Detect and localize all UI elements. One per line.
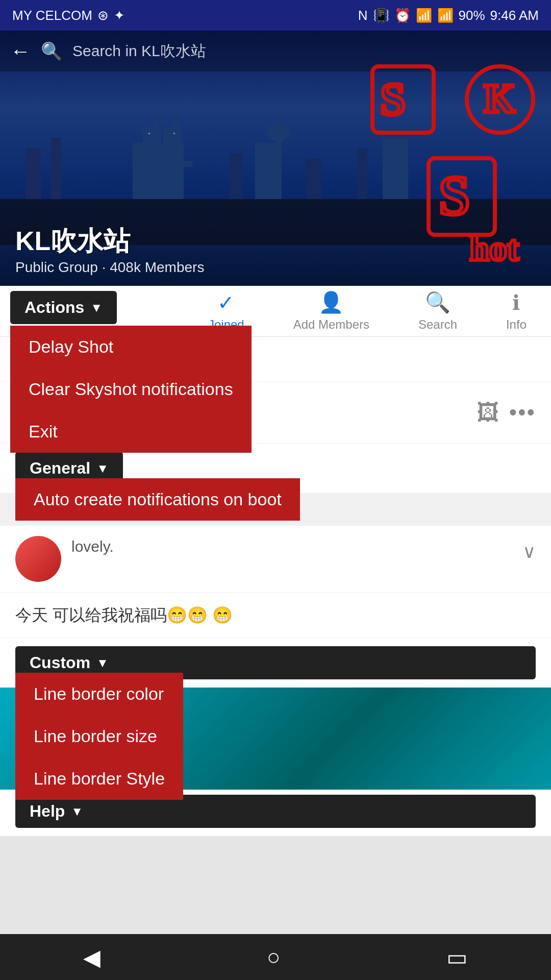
post-avatar-image xyxy=(15,536,61,582)
post-snippet-text: lovely. xyxy=(71,538,114,555)
actions-dropdown[interactable]: Actions ▼ Delay Shot Clear Skyshot notif… xyxy=(10,291,117,324)
more-icon[interactable]: ••• xyxy=(509,400,536,425)
add-members-icon: 👤 xyxy=(318,290,344,314)
group-info: KL吹水站 Public Group · 408k Members xyxy=(15,224,204,276)
svg-rect-13 xyxy=(357,148,367,199)
actions-dropdown-menu: Delay Shot Clear Skyshot notifications E… xyxy=(10,326,252,453)
composer-actions: 🖼 ••• xyxy=(477,400,536,425)
alarm-icon: ⏰ xyxy=(394,8,411,23)
svg-point-16 xyxy=(267,125,290,141)
header-search-placeholder[interactable]: Search in KL吹水站 xyxy=(72,41,206,62)
wifi-icon: 📶 xyxy=(416,8,432,23)
header-search-icon: 🔍 xyxy=(41,41,62,61)
custom-item-line-border-size[interactable]: Line border size xyxy=(15,715,183,757)
battery-text: 90% xyxy=(459,8,485,23)
actions-label: Actions xyxy=(24,298,84,317)
help-label: Help xyxy=(30,802,65,821)
custom-label: Custom xyxy=(30,653,90,672)
svg-rect-11 xyxy=(255,143,276,199)
svg-marker-8 xyxy=(152,117,160,128)
svg-marker-9 xyxy=(172,117,180,128)
svg-rect-14 xyxy=(383,138,408,199)
action-tabs: Actions ▼ Delay Shot Clear Skyshot notif… xyxy=(0,286,551,337)
actions-item-exit[interactable]: Exit xyxy=(10,410,252,453)
cover-area: ← 🔍 Search in KL吹水站 S K S hot KL吹水站 Publ… xyxy=(0,31,551,286)
back-button[interactable]: ← xyxy=(10,40,31,63)
header-search-bar[interactable]: ← 🔍 Search in KL吹水站 xyxy=(0,31,551,71)
custom-section: Custom ▼ Line border color Line border s… xyxy=(0,638,551,688)
info-tab-label: Info xyxy=(506,317,527,332)
tab-add-members[interactable]: 👤 Add Members xyxy=(293,290,369,332)
chevron-down-icon[interactable]: ∨ xyxy=(522,541,536,562)
custom-dropdown-menu: Line border color Line border size Line … xyxy=(15,673,183,800)
cn-post-text: 今天 可以给我祝福吗😁😁 😁 xyxy=(15,606,233,624)
status-bar: MY CELCOM ⊛ ✦ N 📳 ⏰ 📶 📶 90% 9:46 AM xyxy=(0,0,551,31)
back-nav-button[interactable]: ◀ xyxy=(83,944,101,970)
joined-icon: ✓ xyxy=(217,291,235,314)
carrier-text: MY CELCOM xyxy=(12,8,92,23)
svg-rect-18 xyxy=(173,133,175,134)
nfc-icon: N xyxy=(358,8,368,23)
custom-item-line-border-color[interactable]: Line border color xyxy=(15,673,183,715)
svg-rect-6 xyxy=(156,143,184,199)
actions-item-clear-skyshot[interactable]: Clear Skyshot notifications xyxy=(10,368,252,410)
general-item-auto-create[interactable]: Auto create notifications on boot xyxy=(15,478,300,521)
search-tab-label: Search xyxy=(418,317,457,332)
group-name: KL吹水站 xyxy=(15,224,204,259)
svg-rect-2 xyxy=(51,138,61,199)
vibrate-icon: 📳 xyxy=(373,8,389,23)
svg-rect-12 xyxy=(306,158,321,199)
status-left: MY CELCOM ⊛ ✦ xyxy=(12,8,125,23)
actions-arrow-icon: ▼ xyxy=(90,301,103,315)
bottom-nav: ◀ ○ ▭ xyxy=(0,934,551,980)
recents-nav-button[interactable]: ▭ xyxy=(446,944,468,970)
post-avatar xyxy=(15,536,61,582)
status-right: N 📳 ⏰ 📶 📶 90% 9:46 AM xyxy=(358,8,539,23)
group-meta: Public Group · 408k Members xyxy=(15,259,204,276)
help-arrow-icon: ▼ xyxy=(71,804,83,819)
actions-item-delay-shot[interactable]: Delay Shot xyxy=(10,326,252,368)
general-arrow-icon: ▼ xyxy=(96,461,109,476)
general-label: General xyxy=(30,459,90,478)
custom-item-line-border-style[interactable]: Line border Style xyxy=(15,757,183,800)
whatsapp-icon: ⊛ xyxy=(97,8,109,23)
tab-search[interactable]: 🔍 Search xyxy=(418,290,457,332)
svg-rect-10 xyxy=(230,153,242,199)
post-area: lovely. ∨ xyxy=(0,526,551,593)
svg-rect-7 xyxy=(146,161,192,167)
add-members-label: Add Members xyxy=(293,317,369,332)
custom-arrow-icon: ▼ xyxy=(96,656,109,670)
image-icon[interactable]: 🖼 xyxy=(477,400,499,425)
time-text: 9:46 AM xyxy=(490,8,539,23)
general-dropdown-menu: Auto create notifications on boot xyxy=(15,478,300,521)
info-tab-icon: ℹ xyxy=(512,291,520,314)
cn-post-area: 今天 可以给我祝福吗😁😁 😁 xyxy=(0,593,551,638)
svg-rect-1 xyxy=(26,148,41,199)
tab-info[interactable]: ℹ Info xyxy=(506,291,527,332)
actions-button[interactable]: Actions ▼ xyxy=(10,291,117,324)
post-content: lovely. xyxy=(71,536,536,582)
search-tab-icon: 🔍 xyxy=(425,290,450,314)
signal-icon: 📶 xyxy=(437,8,454,23)
share-icon: ✦ xyxy=(114,8,125,23)
home-nav-button[interactable]: ○ xyxy=(267,944,281,970)
svg-rect-17 xyxy=(148,133,150,134)
